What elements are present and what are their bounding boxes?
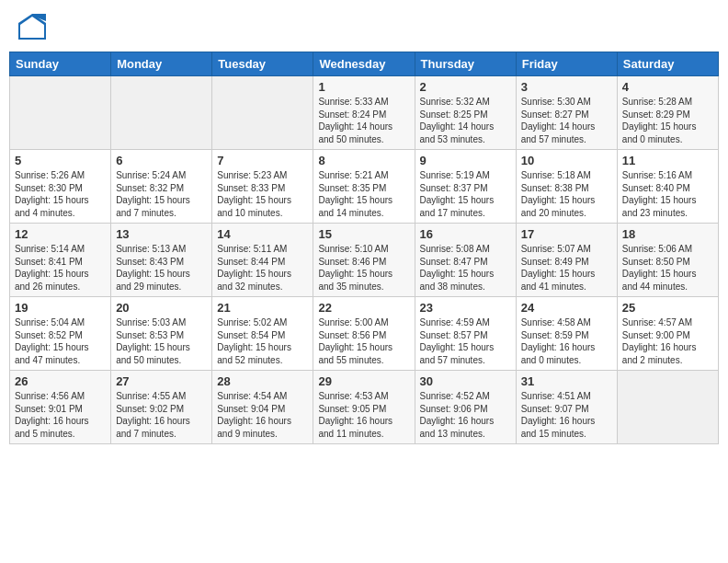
day-number: 9 <box>420 154 511 167</box>
day-number: 6 <box>116 154 207 167</box>
weekday-header-saturday: Saturday <box>617 52 718 76</box>
day-number: 26 <box>15 374 106 388</box>
day-number: 13 <box>116 227 207 241</box>
week-row-4: 19Sunrise: 5:04 AM Sunset: 8:52 PM Dayli… <box>10 297 719 371</box>
calendar-cell: 10Sunrise: 5:18 AM Sunset: 8:38 PM Dayli… <box>516 150 617 224</box>
day-info: Sunrise: 5:21 AM Sunset: 8:35 PM Dayligh… <box>318 169 409 219</box>
day-number: 12 <box>15 227 106 241</box>
day-info: Sunrise: 5:10 AM Sunset: 8:46 PM Dayligh… <box>318 243 409 293</box>
calendar-cell: 2Sunrise: 5:32 AM Sunset: 8:25 PM Daylig… <box>415 76 516 150</box>
day-info: Sunrise: 5:24 AM Sunset: 8:32 PM Dayligh… <box>116 169 207 219</box>
day-number: 11 <box>622 154 713 167</box>
day-info: Sunrise: 4:53 AM Sunset: 9:05 PM Dayligh… <box>318 390 409 440</box>
calendar-cell: 7Sunrise: 5:23 AM Sunset: 8:33 PM Daylig… <box>212 150 313 224</box>
calendar-cell <box>10 76 111 150</box>
day-number: 16 <box>420 227 511 241</box>
day-info: Sunrise: 5:06 AM Sunset: 8:50 PM Dayligh… <box>622 243 713 293</box>
calendar-cell: 16Sunrise: 5:08 AM Sunset: 8:47 PM Dayli… <box>415 224 516 297</box>
day-info: Sunrise: 5:04 AM Sunset: 8:52 PM Dayligh… <box>15 316 106 366</box>
day-number: 24 <box>521 301 612 315</box>
day-info: Sunrise: 5:16 AM Sunset: 8:40 PM Dayligh… <box>622 169 713 219</box>
day-number: 28 <box>217 374 308 388</box>
calendar-cell: 29Sunrise: 4:53 AM Sunset: 9:05 PM Dayli… <box>313 371 415 444</box>
calendar-cell <box>617 371 718 444</box>
calendar-cell: 18Sunrise: 5:06 AM Sunset: 8:50 PM Dayli… <box>617 224 718 297</box>
day-number: 1 <box>318 80 409 94</box>
day-info: Sunrise: 4:55 AM Sunset: 9:02 PM Dayligh… <box>116 390 207 440</box>
day-number: 5 <box>15 154 106 167</box>
day-info: Sunrise: 5:07 AM Sunset: 8:49 PM Dayligh… <box>521 243 612 293</box>
day-number: 3 <box>521 80 612 94</box>
day-info: Sunrise: 4:58 AM Sunset: 8:59 PM Dayligh… <box>521 316 612 366</box>
calendar-cell: 27Sunrise: 4:55 AM Sunset: 9:02 PM Dayli… <box>111 371 212 444</box>
calendar-cell: 30Sunrise: 4:52 AM Sunset: 9:06 PM Dayli… <box>415 371 516 444</box>
day-number: 22 <box>318 301 409 315</box>
day-number: 30 <box>420 374 511 388</box>
day-info: Sunrise: 5:32 AM Sunset: 8:25 PM Dayligh… <box>420 96 511 145</box>
calendar-cell: 28Sunrise: 4:54 AM Sunset: 9:04 PM Dayli… <box>212 371 313 444</box>
calendar-cell: 31Sunrise: 4:51 AM Sunset: 9:07 PM Dayli… <box>516 371 617 444</box>
day-info: Sunrise: 5:28 AM Sunset: 8:29 PM Dayligh… <box>622 96 713 145</box>
day-info: Sunrise: 5:26 AM Sunset: 8:30 PM Dayligh… <box>15 169 106 219</box>
calendar-cell: 12Sunrise: 5:14 AM Sunset: 8:41 PM Dayli… <box>10 224 111 297</box>
day-number: 8 <box>318 154 409 167</box>
week-row-1: 1Sunrise: 5:33 AM Sunset: 8:24 PM Daylig… <box>10 76 719 150</box>
day-info: Sunrise: 5:08 AM Sunset: 8:47 PM Dayligh… <box>420 243 511 293</box>
day-info: Sunrise: 4:57 AM Sunset: 9:00 PM Dayligh… <box>622 316 713 366</box>
day-info: Sunrise: 4:56 AM Sunset: 9:01 PM Dayligh… <box>15 390 106 440</box>
day-number: 21 <box>217 301 308 315</box>
day-number: 15 <box>318 227 409 241</box>
day-info: Sunrise: 4:54 AM Sunset: 9:04 PM Dayligh… <box>217 390 308 440</box>
day-number: 14 <box>217 227 308 241</box>
day-number: 27 <box>116 374 207 388</box>
calendar-cell: 21Sunrise: 5:02 AM Sunset: 8:54 PM Dayli… <box>212 297 313 371</box>
day-number: 20 <box>116 301 207 315</box>
day-info: Sunrise: 5:13 AM Sunset: 8:43 PM Dayligh… <box>116 243 207 293</box>
calendar-cell: 20Sunrise: 5:03 AM Sunset: 8:53 PM Dayli… <box>111 297 212 371</box>
weekday-header-wednesday: Wednesday <box>313 52 415 76</box>
day-number: 25 <box>622 301 713 315</box>
weekday-header-monday: Monday <box>111 52 212 76</box>
calendar-cell: 9Sunrise: 5:19 AM Sunset: 8:37 PM Daylig… <box>415 150 516 224</box>
day-info: Sunrise: 4:59 AM Sunset: 8:57 PM Dayligh… <box>420 316 511 366</box>
day-number: 19 <box>15 301 106 315</box>
calendar-cell: 11Sunrise: 5:16 AM Sunset: 8:40 PM Dayli… <box>617 150 718 224</box>
day-number: 31 <box>521 374 612 388</box>
day-info: Sunrise: 5:14 AM Sunset: 8:41 PM Dayligh… <box>15 243 106 293</box>
logo <box>18 14 50 40</box>
weekday-header-friday: Friday <box>516 52 617 76</box>
day-info: Sunrise: 5:19 AM Sunset: 8:37 PM Dayligh… <box>420 169 511 219</box>
calendar-cell: 25Sunrise: 4:57 AM Sunset: 9:00 PM Dayli… <box>617 297 718 371</box>
calendar-cell: 3Sunrise: 5:30 AM Sunset: 8:27 PM Daylig… <box>516 76 617 150</box>
week-row-3: 12Sunrise: 5:14 AM Sunset: 8:41 PM Dayli… <box>10 224 719 297</box>
weekday-header-sunday: Sunday <box>10 52 111 76</box>
calendar-cell: 17Sunrise: 5:07 AM Sunset: 8:49 PM Dayli… <box>516 224 617 297</box>
calendar-table: SundayMondayTuesdayWednesdayThursdayFrid… <box>9 52 719 444</box>
weekday-header-thursday: Thursday <box>415 52 516 76</box>
day-number: 4 <box>622 80 713 94</box>
day-info: Sunrise: 5:18 AM Sunset: 8:38 PM Dayligh… <box>521 169 612 219</box>
day-info: Sunrise: 5:00 AM Sunset: 8:56 PM Dayligh… <box>318 316 409 366</box>
calendar-cell: 23Sunrise: 4:59 AM Sunset: 8:57 PM Dayli… <box>415 297 516 371</box>
day-number: 23 <box>420 301 511 315</box>
day-info: Sunrise: 5:03 AM Sunset: 8:53 PM Dayligh… <box>116 316 207 366</box>
day-info: Sunrise: 4:52 AM Sunset: 9:06 PM Dayligh… <box>420 390 511 440</box>
weekday-header-tuesday: Tuesday <box>212 52 313 76</box>
day-info: Sunrise: 5:11 AM Sunset: 8:44 PM Dayligh… <box>217 243 308 293</box>
calendar-cell <box>212 76 313 150</box>
day-info: Sunrise: 5:23 AM Sunset: 8:33 PM Dayligh… <box>217 169 308 219</box>
calendar-cell: 19Sunrise: 5:04 AM Sunset: 8:52 PM Dayli… <box>10 297 111 371</box>
day-info: Sunrise: 5:02 AM Sunset: 8:54 PM Dayligh… <box>217 316 308 366</box>
calendar-cell <box>111 76 212 150</box>
calendar-cell: 1Sunrise: 5:33 AM Sunset: 8:24 PM Daylig… <box>313 76 415 150</box>
calendar-cell: 24Sunrise: 4:58 AM Sunset: 8:59 PM Dayli… <box>516 297 617 371</box>
logo-icon <box>18 14 46 40</box>
day-number: 7 <box>217 154 308 167</box>
calendar-cell: 4Sunrise: 5:28 AM Sunset: 8:29 PM Daylig… <box>617 76 718 150</box>
day-info: Sunrise: 5:33 AM Sunset: 8:24 PM Dayligh… <box>318 96 409 145</box>
week-row-2: 5Sunrise: 5:26 AM Sunset: 8:30 PM Daylig… <box>10 150 719 224</box>
calendar-cell: 26Sunrise: 4:56 AM Sunset: 9:01 PM Dayli… <box>10 371 111 444</box>
day-info: Sunrise: 5:30 AM Sunset: 8:27 PM Dayligh… <box>521 96 612 145</box>
day-info: Sunrise: 4:51 AM Sunset: 9:07 PM Dayligh… <box>521 390 612 440</box>
day-number: 2 <box>420 80 511 94</box>
